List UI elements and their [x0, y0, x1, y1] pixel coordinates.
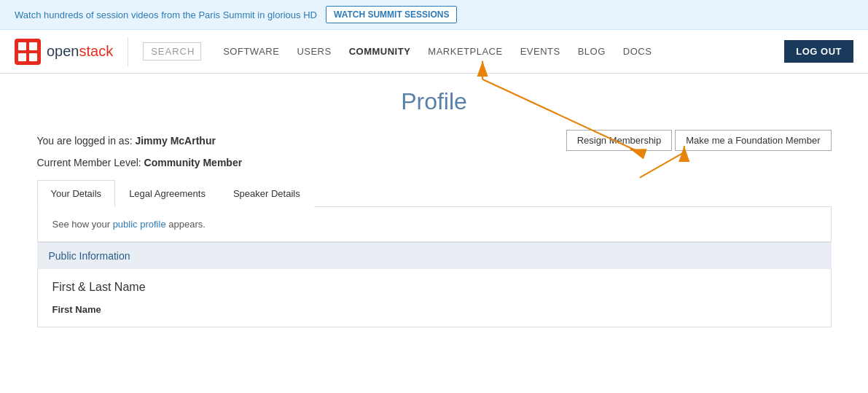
logo[interactable]: openstack — [15, 39, 113, 65]
profile-link-suffix: appears. — [168, 219, 206, 230]
logo-text: openstack — [47, 43, 113, 60]
page-title: Profile — [37, 88, 832, 115]
nav-blog[interactable]: BLOG — [578, 46, 606, 57]
action-buttons: Resign Membership Make me a Foundation M… — [566, 130, 832, 151]
make-foundation-member-button[interactable]: Make me a Foundation Member — [675, 130, 831, 151]
svg-rect-3 — [18, 53, 26, 61]
tab-content-area: See how your public profile appears. — [37, 207, 832, 242]
tab-speaker-details[interactable]: Speaker Details — [219, 180, 314, 207]
search-input[interactable]: SEARCH — [143, 42, 201, 61]
username: Jimmy McArthur — [135, 135, 215, 147]
public-information-section-header: Public Information — [37, 242, 832, 269]
svg-rect-1 — [18, 42, 26, 50]
member-level-value: Community Member — [144, 157, 243, 168]
nav-events[interactable]: EVENTS — [520, 46, 560, 57]
header: openstack SEARCH SOFTWARE USERS COMMUNIT… — [0, 30, 868, 74]
nav-docs[interactable]: DOCS — [623, 46, 652, 57]
public-information-section-content: First & Last Name First Name — [37, 269, 832, 327]
field-group-title: First & Last Name — [52, 281, 816, 294]
user-info-row: You are logged in as: Jimmy McArthur Res… — [37, 130, 832, 151]
svg-rect-2 — [29, 42, 37, 50]
nav-community[interactable]: COMMUNITY — [349, 46, 411, 57]
profile-link-paragraph: See how your public profile appears. — [52, 219, 816, 230]
svg-rect-4 — [29, 53, 37, 61]
page-content: Profile You are logged in as: Jimmy McAr… — [15, 74, 853, 342]
tab-your-details[interactable]: Your Details — [37, 180, 116, 207]
nav-software[interactable]: SOFTWARE — [223, 46, 279, 57]
nav-divider — [128, 37, 128, 66]
openstack-logo-icon — [15, 39, 41, 65]
first-name-label: First Name — [52, 304, 816, 315]
tab-legal-agreements[interactable]: Legal Agreements — [115, 180, 219, 207]
member-level-text: Current Member Level: Community Member — [37, 157, 832, 168]
logout-button[interactable]: LOG OUT — [784, 40, 853, 63]
logged-in-prefix: You are logged in as: — [37, 135, 133, 147]
watch-sessions-button[interactable]: WATCH SUMMIT SESSIONS — [326, 6, 457, 23]
public-profile-link[interactable]: public profile — [113, 219, 166, 230]
banner-text: Watch hundreds of session videos from th… — [15, 9, 317, 20]
main-nav: SOFTWARE USERS COMMUNITY MARKETPLACE EVE… — [223, 46, 784, 57]
member-level-prefix: Current Member Level: — [37, 157, 141, 168]
logged-in-text: You are logged in as: Jimmy McArthur — [37, 135, 216, 147]
nav-users[interactable]: USERS — [297, 46, 331, 57]
nav-marketplace[interactable]: MARKETPLACE — [428, 46, 502, 57]
resign-membership-button[interactable]: Resign Membership — [566, 130, 673, 151]
top-banner: Watch hundreds of session videos from th… — [0, 0, 868, 30]
profile-link-prefix: See how your — [52, 219, 111, 230]
profile-tabs: Your Details Legal Agreements Speaker De… — [37, 180, 832, 207]
